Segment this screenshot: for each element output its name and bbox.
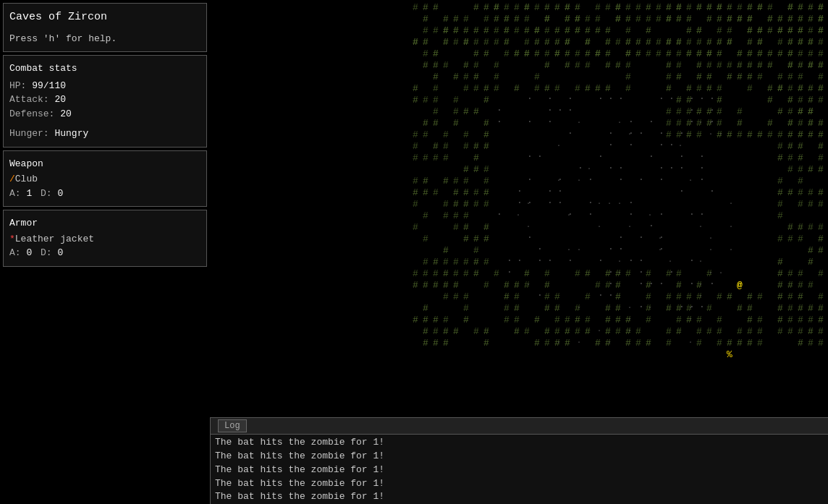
weapon-icon: /	[9, 174, 15, 184]
defense-row: Defense: 20	[9, 107, 200, 121]
hunger-value: Hungry	[54, 128, 88, 139]
armor-panel: Armor *Leather jacket A: 0 D: 0	[3, 210, 207, 267]
help-text: Press 'h' for help.	[9, 32, 200, 46]
armor-title: Armor	[9, 216, 200, 231]
attack-row: Attack: 20	[9, 93, 200, 107]
log-line: The bat hits the zombie for 1!	[215, 464, 824, 477]
armor-name: Leather jacket	[15, 234, 94, 244]
game-area[interactable]: Log The bat hits the zombie for 1!The ba…	[210, 0, 828, 504]
weapon-defense-label: D:	[41, 188, 52, 199]
weapon-panel: Weapon /Club A: 1 D: 0	[3, 150, 207, 208]
attack-value: 20	[54, 94, 66, 105]
armor-defense-label: D:	[41, 247, 52, 258]
map-container[interactable]	[210, 0, 828, 417]
sidebar: Caves of Zircon Press 'h' for help. Comb…	[0, 0, 210, 504]
armor-attack-value: 0	[26, 247, 32, 258]
weapon-stats-row: A: 1 D: 0	[9, 187, 200, 201]
attack-label: Attack:	[9, 94, 49, 105]
map-canvas[interactable]	[210, 0, 828, 417]
game-title: Caves of Zircon	[9, 9, 200, 26]
weapon-name-row: /Club	[9, 172, 200, 187]
hp-label: HP:	[9, 80, 26, 91]
hunger-row: Hunger: Hungry	[9, 127, 200, 141]
armor-defense-value: 0	[57, 247, 63, 258]
armor-attack-label: A:	[9, 247, 21, 258]
weapon-attack-label: A:	[9, 188, 21, 199]
log-line: The bat hits the zombie for 1!	[215, 477, 824, 491]
weapon-defense-value: 0	[57, 188, 63, 199]
hp-value: 99/110	[32, 80, 66, 91]
weapon-name: Club	[15, 174, 38, 184]
combat-stats-title: Combat stats	[9, 61, 200, 76]
armor-stats-row: A: 0 D: 0	[9, 246, 200, 260]
log-area: Log The bat hits the zombie for 1!The ba…	[210, 417, 828, 504]
log-line: The bat hits the zombie for 1!	[215, 450, 824, 464]
log-tab-label: Log	[218, 419, 247, 432]
hunger-label: Hunger:	[9, 128, 49, 139]
main-layout: Caves of Zircon Press 'h' for help. Comb…	[0, 0, 828, 504]
weapon-attack-value: 1	[26, 188, 32, 199]
combat-stats-panel: Combat stats HP: 99/110 Attack: 20 Defen…	[3, 55, 207, 148]
title-panel: Caves of Zircon Press 'h' for help.	[3, 3, 207, 52]
hp-row: HP: 99/110	[9, 79, 200, 93]
armor-icon: *	[9, 234, 15, 244]
log-tab: Log	[211, 418, 828, 435]
log-line: The bat hits the zombie for 1!	[215, 490, 824, 504]
weapon-title: Weapon	[9, 157, 200, 171]
log-line: The bat hits the zombie for 1!	[215, 436, 824, 450]
armor-name-row: *Leather jacket	[9, 232, 200, 247]
defense-value: 20	[60, 108, 72, 119]
log-messages: The bat hits the zombie for 1!The bat hi…	[211, 435, 828, 504]
defense-label: Defense:	[9, 108, 54, 119]
